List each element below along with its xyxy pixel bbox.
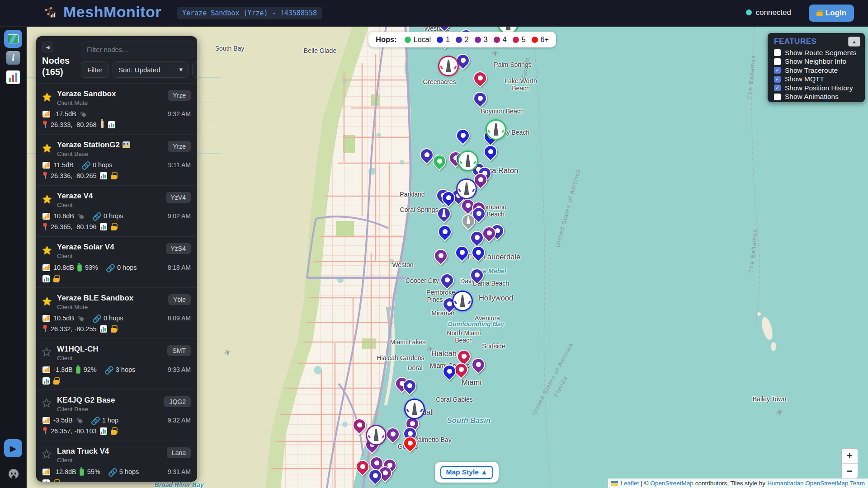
filter-button[interactable]: Filter [81,61,109,78]
antenna-tower-icon [466,155,471,167]
map-place-label: Belle Glade [304,47,336,54]
feature-toggle-show-traceroute[interactable]: ✓ Show Traceroute [774,66,861,75]
node-list-item[interactable]: Yeraze V4 YzV4 Client 10.8dB 0 hops 9:02… [36,185,197,236]
feature-toggle-show-mqtt[interactable]: ✓ Show MQTT [774,75,861,84]
node-tower-marker[interactable] [366,425,387,446]
node-tower-marker[interactable] [404,399,425,419]
feature-toggle-show-route-segments[interactable]: Show Route Segments [774,48,861,57]
signal-value: -1.3dB [53,366,73,373]
node-pin-marker[interactable] [470,70,490,90]
sort-direction-button[interactable]: ↓ [192,61,197,78]
feature-toggle-show-neighbor-info[interactable]: Show Neighbor Info [774,57,861,66]
panel-collapse-button[interactable]: ◀ [42,42,53,52]
node-tower-marker[interactable] [452,291,473,311]
sidebar-item-map[interactable] [4,30,22,48]
login-button[interactable]: Login [809,5,854,22]
star-outline-icon[interactable] [42,398,52,409]
hop-color-dot [456,37,462,43]
node-pin-marker[interactable] [437,272,457,292]
feature-toggle-show-animations[interactable]: Show Animations [774,93,861,102]
features-panel: FEATURES ▲ Show Route Segments Show Neig… [768,33,865,102]
node-tower-marker[interactable] [486,119,506,140]
chart-icon [42,275,50,282]
node-pin-marker[interactable] [400,377,420,398]
osm-link[interactable]: OpenStreetMap [651,480,693,487]
node-list-item[interactable]: W1HQL-CH SMT Client -1.3dB 92% 3 hops 9:… [36,338,197,389]
lock-icon [53,275,60,282]
feature-toggle-show-position-history[interactable]: ✓ Show Position History [774,84,861,93]
node-list-item[interactable]: KE4JQ G2 Base JQG2 Client Base -3.5dB 1 … [36,389,197,441]
checkbox-icon[interactable]: ✓ [774,67,781,74]
map-place-label: Beach [455,337,473,344]
node-list-item[interactable]: Yeraze BLE Sandbox Yble Client Mute 10.5… [36,287,197,338]
location-pin-icon [42,121,47,128]
lock-icon [110,172,117,179]
node-pin-marker[interactable] [439,363,459,384]
node-name: Yeraze Sandbox [57,89,116,98]
node-tower-marker[interactable] [438,56,459,76]
node-pin-marker[interactable] [435,223,455,244]
node-pin-marker[interactable] [467,267,487,287]
sidebar-item-info[interactable]: i [6,51,20,65]
features-title: FEATURES [774,37,816,46]
node-pin-marker[interactable] [400,435,420,455]
node-tower-marker[interactable] [456,178,477,199]
hops-link-icon [93,212,100,220]
checkbox-icon[interactable]: ✓ [774,76,781,83]
hop-legend-item: 3 [475,36,488,44]
checkbox-icon[interactable] [774,94,781,100]
sort-dropdown[interactable]: Sort: Updated▾ [113,61,189,78]
top-bar: MeshMonitor Yeraze Sandbox (Yrze) - !435… [0,0,868,27]
checkbox-icon[interactable] [774,58,781,65]
map-style-button[interactable]: Map Style ▲ [440,466,493,479]
location-pin-icon [42,172,47,179]
last-heard-time: 9:32 AM [168,417,191,424]
hot-link[interactable]: Humanitarian OpenStreetMap Team [767,480,865,487]
node-pin-marker[interactable] [429,153,449,174]
battery-value: 93% [85,264,98,271]
lock-icon [53,479,60,482]
node-pin-marker[interactable] [453,127,473,148]
hop-legend-item: 6+ [532,36,549,44]
chevron-down-icon: ▾ [179,66,183,74]
favorite-star-icon[interactable] [42,245,52,256]
hop-color-dot [437,37,443,43]
node-list-item[interactable]: Yeraze Sandbox Yrze Client Mute -17.5dB … [36,83,197,134]
checkbox-icon[interactable]: ✓ [774,84,781,91]
power-plug-icon [77,212,85,220]
node-pin-marker[interactable] [468,244,488,265]
lock-icon [110,223,117,230]
antenna-tower-icon [506,27,511,30]
node-list: Yeraze Sandbox Yrze Client Mute -17.5dB … [36,83,197,482]
node-list-item[interactable]: Yeraze Solar V4 YzS4 Client 10.8dB 93% 0… [36,236,197,287]
node-list-item[interactable]: Lana Truck V4 Lana Client -12.8dB 55% 5 … [36,441,197,482]
github-icon[interactable] [8,468,19,480]
star-outline-icon[interactable] [42,347,52,358]
hop-color-dot [405,37,411,43]
favorite-star-icon[interactable] [42,194,52,205]
favorite-star-icon[interactable] [42,143,52,154]
last-heard-time: 9:33 AM [168,366,191,373]
star-outline-icon[interactable] [42,449,52,460]
zoom-out-button[interactable]: − [842,464,858,479]
node-pin-marker[interactable] [431,247,451,268]
favorite-star-icon[interactable] [42,296,52,307]
filter-nodes-input[interactable] [81,42,195,57]
hops-value: 1 hop [102,417,118,424]
sidebar-item-play[interactable]: ▶ [4,439,22,457]
zoom-in-button[interactable]: + [842,449,858,464]
map-place-label: Bailey Town [753,395,786,403]
node-pin-marker[interactable] [365,467,385,488]
hop-legend-item: Local [405,36,431,44]
checkbox-icon[interactable] [774,49,781,56]
signal-strength-icon [42,366,50,373]
node-tower-marker[interactable] [458,150,478,171]
features-collapse-button[interactable]: ▲ [848,37,860,47]
sidebar-item-stats[interactable] [6,70,20,84]
favorite-star-icon[interactable] [42,92,52,103]
node-pin-marker[interactable] [468,356,488,377]
leaflet-link[interactable]: Leaflet [621,480,639,487]
connection-status: connected [746,8,791,17]
node-list-item[interactable]: Yeraze StationG2 Yrze Client Base 11.5dB… [36,134,197,185]
node-pin-marker[interactable] [470,90,490,111]
